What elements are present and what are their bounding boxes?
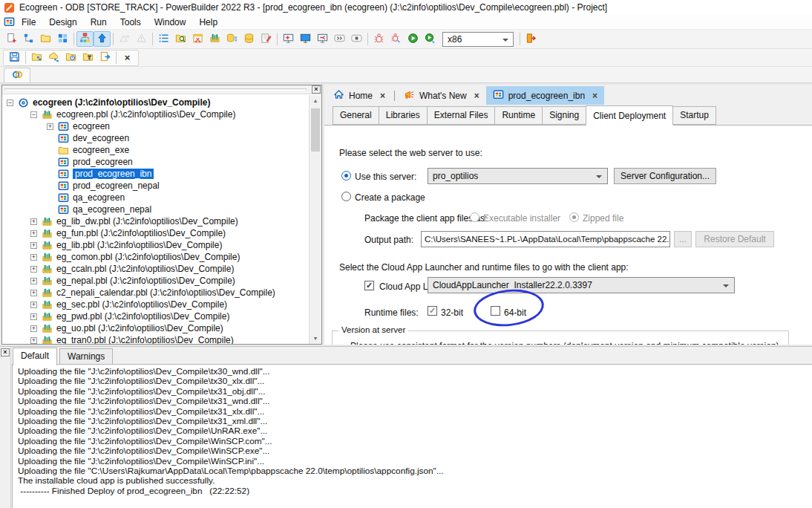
database-button[interactable] <box>240 31 258 47</box>
tree-expander-icon[interactable]: + <box>30 302 37 308</box>
menu-design[interactable]: Design <box>42 16 83 29</box>
tree-panel-grip[interactable]: × <box>2 85 321 94</box>
window-button[interactable] <box>297 31 314 47</box>
cloud-app-launcher-checkbox[interactable] <box>364 281 374 290</box>
close-tab-icon[interactable]: × <box>592 91 597 101</box>
close-output-panel-icon[interactable]: × <box>1 348 10 356</box>
output-tab-warnings[interactable]: Warnings <box>59 348 113 365</box>
close-tab-icon[interactable]: × <box>380 91 385 101</box>
appeon-workspace-tab[interactable] <box>4 68 30 82</box>
tree-expander-icon[interactable]: + <box>30 266 37 273</box>
skip-button[interactable] <box>331 31 348 47</box>
export-file-button[interactable] <box>96 50 114 65</box>
menu-tools[interactable]: Tools <box>114 16 148 29</box>
restore-default-button[interactable]: Restore Default <box>695 231 774 247</box>
select-debug-button[interactable] <box>387 31 405 47</box>
doc-tab-what-s-new[interactable]: What's New× <box>397 86 486 105</box>
menu-file[interactable]: File <box>15 16 42 29</box>
tree-expander-icon[interactable]: + <box>30 242 37 249</box>
app-menu-icon[interactable] <box>3 16 15 28</box>
launcher-select[interactable]: CloudAppLauncher_Installer22.2.0.3397 <box>428 277 735 293</box>
tree-expander-icon[interactable]: + <box>30 254 37 261</box>
debug-button[interactable] <box>370 31 387 47</box>
scroll-up-icon[interactable]: ▲ <box>310 95 321 106</box>
tree-item-ecogreen-exe[interactable]: ecogreen_exe <box>2 144 308 156</box>
tree-item-eg-ccaln-pbl-j-c2info-optilios-dev-compile[interactable]: +eg_ccaln.pbl (J:\c2info\optilios\Dev_Co… <box>2 263 308 275</box>
scroll-down-icon[interactable]: ▼ <box>310 333 321 344</box>
tree-item-eg-tran0-pbl-j-c2info-optilios-dev-compile[interactable]: +eg_tran0.pbl (J:\c2info\optilios\Dev_Co… <box>2 334 308 344</box>
runtime-32bit-checkbox[interactable] <box>428 306 437 316</box>
library-button[interactable] <box>206 31 223 47</box>
close-button[interactable]: × <box>119 50 136 65</box>
tree-expander-icon[interactable]: − <box>30 111 37 118</box>
clip-window-button[interactable] <box>189 31 206 47</box>
tree-expander-icon[interactable]: + <box>30 218 37 225</box>
tree-item-dev-ecogreen[interactable]: dev_ecogreen <box>2 132 308 144</box>
close-tree-panel-icon[interactable]: × <box>312 85 321 94</box>
tree-item-prod-ecogreen[interactable]: prod_ecogreen <box>2 156 308 168</box>
menu-help[interactable]: Help <box>192 16 224 29</box>
tree-item-prod-ecogreen-nepal[interactable]: prod_ecogreen_nepal <box>2 180 308 192</box>
menu-window[interactable]: Window <box>148 16 193 29</box>
tab-startup[interactable]: Startup <box>672 106 716 125</box>
new-window-button[interactable] <box>280 31 297 47</box>
tab-general[interactable]: General <box>333 106 379 125</box>
run-button[interactable] <box>405 31 422 47</box>
error-list-button[interactable] <box>133 31 150 47</box>
inherit-button[interactable] <box>20 31 37 47</box>
tree-item-prod-ecogreen-ibn[interactable]: prod_ecogreen_ibn <box>2 168 308 180</box>
tree-item-eg-fun-pbl-j-c2info-optilios-dev-compile[interactable]: +eg_fun.pbl (J:\c2info\optilios\Dev_Comp… <box>2 227 308 239</box>
doc-tab-prod-ecogreen-ibn[interactable]: prod_ecogreen_ibn× <box>486 86 604 105</box>
server-configuration-button[interactable]: Server Configuration... <box>614 168 716 184</box>
tree-expander-icon[interactable]: + <box>30 325 37 332</box>
tree-item-ecogreen-j-c2info-optilios-dev-compile[interactable]: −ecogreen (J:\c2info\optilios\Dev_Compil… <box>2 97 308 108</box>
exit-button[interactable] <box>523 31 540 47</box>
select-run-button[interactable] <box>422 31 439 47</box>
browse-button[interactable] <box>172 31 189 47</box>
tree-item-eg-uo-pbl-j-c2info-optilios-dev-compile[interactable]: +eg_uo.pbl (J:\c2info\optilios\Dev_Compi… <box>2 322 308 334</box>
target-platform-select[interactable]: x86 <box>442 32 514 47</box>
tree-item-ecogreen[interactable]: +ecogreen <box>2 120 308 132</box>
tree-expander-icon[interactable]: + <box>30 230 37 237</box>
stop-button[interactable] <box>348 31 365 47</box>
executable-installer-radio[interactable] <box>470 212 479 222</box>
scroll-thumb[interactable] <box>311 108 320 152</box>
tree-expander-icon[interactable]: + <box>30 290 37 296</box>
tree-scrollbar[interactable]: ▲ ▼ <box>309 95 321 344</box>
tree-item-c2-nepali-calendar-pbl-j-c2info-optilios-dev-compile[interactable]: +c2_nepali_calendar.pbl (J:\c2info\optil… <box>2 287 308 299</box>
save-button[interactable] <box>6 50 23 65</box>
tree-item-eg-sec-pbl-j-c2info-optilios-dev-compile[interactable]: +eg_sec.pbl (J:\c2info\optilios\Dev_Comp… <box>2 299 308 310</box>
output-tab-default[interactable]: Default <box>13 348 57 365</box>
open-button[interactable] <box>37 31 54 47</box>
tree-expander-icon[interactable]: − <box>7 100 13 106</box>
zipped-file-radio[interactable] <box>569 212 579 222</box>
tree-expander-icon[interactable]: + <box>30 278 37 284</box>
menu-run[interactable]: Run <box>84 16 114 29</box>
doc-tab-home[interactable]: Home× <box>327 86 392 105</box>
close-tab-icon[interactable]: × <box>474 91 479 101</box>
tab-external-files[interactable]: External Files <box>427 106 496 125</box>
output-path-input[interactable]: C:\Users\SANEES~1.PL-\AppData\Local\Temp… <box>421 231 670 247</box>
close-window-button[interactable] <box>314 31 331 47</box>
output-log[interactable]: Uploading the file "J:\c2info\optilios\D… <box>12 364 812 508</box>
folder-pinned-button[interactable] <box>79 50 96 65</box>
tree-item-qa-ecogreen[interactable]: qa_ecogreen <box>2 192 308 203</box>
edit-button[interactable] <box>258 31 275 47</box>
deploy-button[interactable] <box>94 31 111 47</box>
tree-expander-icon[interactable]: + <box>30 337 37 344</box>
new-object-button[interactable] <box>3 31 20 47</box>
use-this-server-radio[interactable] <box>341 171 351 180</box>
tab-client-deployment[interactable]: Client Deployment <box>586 105 673 126</box>
tree-item-eg-nepal-pbl-j-c2info-optilios-dev-compile[interactable]: +eg_nepal.pbl (J:\c2info\optilios\Dev_Co… <box>2 275 308 287</box>
tab-runtime[interactable]: Runtime <box>494 106 543 125</box>
next-error-button[interactable] <box>116 31 133 47</box>
todo-list-button[interactable] <box>155 31 172 47</box>
tree-item-qa-ecogreen-nepal[interactable]: qa_ecogreen_nepal <box>2 203 308 215</box>
library-painter-button[interactable] <box>54 31 71 47</box>
browser-button[interactable] <box>76 31 94 47</box>
tree-expander-icon[interactable]: + <box>30 313 37 320</box>
tree-expander-icon[interactable]: + <box>47 123 53 130</box>
folder-recent-button[interactable] <box>62 50 79 65</box>
cloud-upload-button[interactable] <box>45 50 62 65</box>
folder-objects-button[interactable] <box>28 50 45 65</box>
